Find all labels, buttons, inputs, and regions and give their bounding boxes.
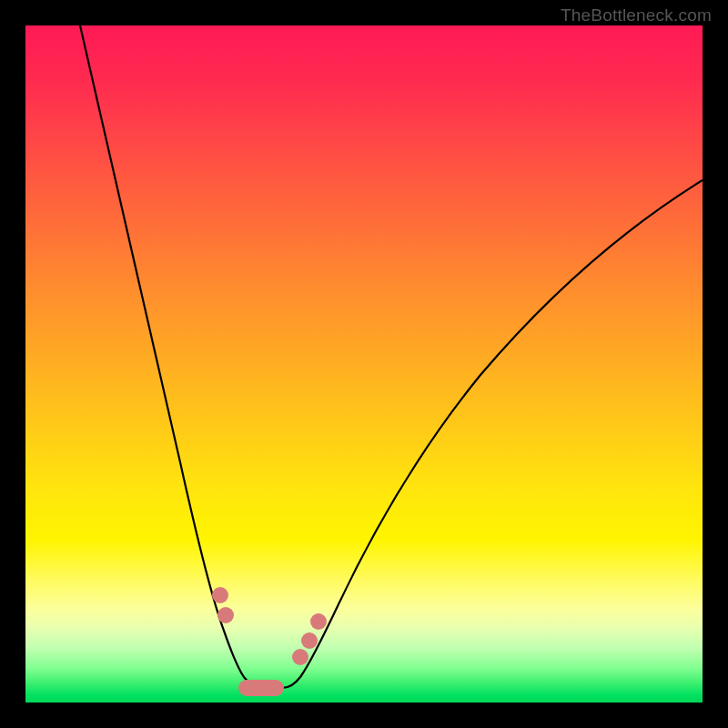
marker-left-2	[217, 607, 234, 623]
marker-right-1	[292, 649, 308, 665]
marker-right-2	[301, 632, 318, 649]
marker-trough-bar	[238, 680, 284, 696]
chart-frame	[25, 25, 703, 703]
bottleneck-curve-line	[80, 25, 703, 688]
watermark-text: TheBottleneck.com	[561, 5, 712, 25]
marker-left-1	[212, 587, 228, 603]
marker-right-3	[310, 613, 327, 630]
chart-svg	[25, 25, 703, 703]
